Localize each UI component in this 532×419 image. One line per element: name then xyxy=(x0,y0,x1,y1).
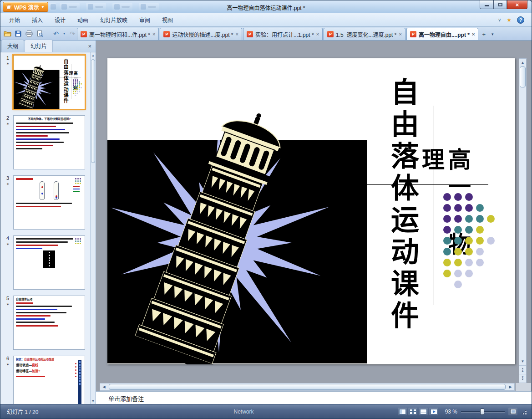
new-tab-button[interactable]: + xyxy=(479,30,488,39)
slide-thumbnail[interactable] xyxy=(13,235,85,290)
text-line-placeholder xyxy=(16,132,69,133)
text-line-placeholder xyxy=(16,206,61,207)
close-tab-icon[interactable]: × xyxy=(236,31,238,37)
slide-thumbnail-row: 1✶自由落体运动课件高一 物理 xyxy=(4,55,89,109)
minimize-button[interactable] xyxy=(480,0,493,9)
vertical-scrollbar[interactable]: ▲ ▼ ▲ ▲ ▼ ▼ xyxy=(519,58,527,383)
next-slide-button[interactable]: ▼ ▼ xyxy=(519,374,526,383)
scroll-right-icon[interactable]: ▶ xyxy=(507,383,514,390)
maximize-button[interactable] xyxy=(493,0,507,9)
slide-number: 3 xyxy=(6,176,9,181)
menu-item-6[interactable]: 视图 xyxy=(156,13,179,26)
notes-pane[interactable]: 单击添加备注 xyxy=(96,391,532,405)
caret-down-icon: ▾ xyxy=(42,5,44,9)
scroll-down-icon[interactable]: ▼ xyxy=(519,358,526,365)
resize-grip[interactable] xyxy=(521,409,527,415)
slides-panel: 大纲幻灯片 × 1✶自由落体运动课件高一 物理2✶不同的物体，下落的快慢是否相同… xyxy=(0,41,96,404)
thumbnail-content xyxy=(16,237,82,288)
wps-app-menu-label: WPS 演示 xyxy=(14,3,39,11)
zoom-slider[interactable] xyxy=(461,408,505,415)
decoration-dot xyxy=(454,193,462,201)
slide-title-vertical[interactable]: 自由落体运动课件 xyxy=(386,77,419,343)
toolbar-separator xyxy=(48,30,48,38)
wps-app-menu-button[interactable]: WPS 演示 ▾ xyxy=(3,2,48,12)
folder-open-icon xyxy=(4,31,11,37)
toolbar-row: ↶▾↷▾ P高一物理时间和...件.ppt *×P运动快慢的描述...度.ppt… xyxy=(0,27,532,41)
slide-thumbnail[interactable]: 不同的物体，下落的快慢是否相同? xyxy=(13,115,85,169)
horizontal-scrollbar[interactable]: ◀ ▶ xyxy=(100,383,515,391)
slide-thumbnail-row: 4✶ xyxy=(4,235,89,290)
decoration-dot xyxy=(73,91,74,92)
text-line-placeholder xyxy=(16,142,64,143)
open-button[interactable] xyxy=(2,29,12,39)
scrollbar-track[interactable] xyxy=(519,66,526,358)
scrollbar-track[interactable] xyxy=(108,383,507,390)
menu-item-0[interactable]: 开始 xyxy=(3,13,26,26)
menu-item-5[interactable]: 审阅 xyxy=(133,13,156,26)
previous-slide-button[interactable]: ▲ ▲ xyxy=(519,365,526,374)
scrollbar-thumb[interactable] xyxy=(91,59,95,163)
text-line-placeholder xyxy=(16,376,45,377)
print-preview-button[interactable] xyxy=(35,29,45,39)
scrollbar-thumb[interactable] xyxy=(520,66,526,87)
slide-thumbnail[interactable]: 自由落体运动课件高一 物理 xyxy=(13,55,85,109)
menu-item-3[interactable]: 动画 xyxy=(71,13,94,26)
print-button[interactable] xyxy=(24,29,34,39)
fit-to-window-button[interactable] xyxy=(508,408,517,415)
film-strip-graphic xyxy=(78,360,81,404)
panel-tab-outline[interactable]: 大纲 xyxy=(1,40,24,52)
close-tab-icon[interactable]: × xyxy=(472,31,475,37)
maximize-icon xyxy=(498,3,502,6)
wps-presentation-window: WPS 演示 ▾ 高一物理自由落体运动课件.ppt * × 开始插入设计动画幻灯… xyxy=(0,0,532,419)
slide-thumbnail[interactable]: 探究：自由落体运动的运动性质运动轨迹—直线运动特征—加速? xyxy=(13,356,85,404)
scroll-up-icon[interactable]: ▲ xyxy=(91,52,96,58)
title-bar[interactable]: WPS 演示 ▾ 高一物理自由落体运动课件.ppt * × xyxy=(0,0,532,13)
notes-placeholder: 单击添加备注 xyxy=(108,394,144,403)
slide-thumbnail[interactable]: 自由落体运动 xyxy=(13,296,85,350)
scroll-down-icon[interactable]: ▼ xyxy=(91,398,96,404)
slide-canvas[interactable]: 自由落体运动课件高一 物理 xyxy=(107,58,515,364)
slide-surface[interactable]: 自由落体运动课件高一 物理 xyxy=(107,58,515,364)
decoration-dot xyxy=(465,193,473,201)
menu-item-4[interactable]: 幻灯片放映 xyxy=(94,13,133,26)
panel-tab-slides[interactable]: 幻灯片 xyxy=(25,40,53,52)
decoration-dot xyxy=(443,237,451,245)
document-tab-4[interactable]: P高一物理自由....ppt *× xyxy=(406,28,478,40)
decoration-dot xyxy=(73,83,74,85)
close-panel-button[interactable]: × xyxy=(85,43,95,50)
close-tab-icon[interactable]: × xyxy=(152,31,155,37)
newton-tubes-graphic xyxy=(16,181,82,200)
zoom-slider-thumb[interactable] xyxy=(480,409,484,415)
menu-item-2[interactable]: 设计 xyxy=(49,13,71,26)
scroll-up-icon[interactable]: ▲ xyxy=(519,59,526,66)
decoration-dots-mini xyxy=(75,178,81,184)
undo-button[interactable]: ↶ xyxy=(51,29,61,39)
scrollbar-thumb[interactable] xyxy=(109,384,506,390)
text-line-placeholder xyxy=(16,148,42,149)
close-button[interactable]: × xyxy=(507,0,527,9)
save-button[interactable] xyxy=(13,29,23,39)
slide-number: 6 xyxy=(6,356,9,361)
slide-number: 1 xyxy=(6,56,9,61)
thumbnails-scrollbar[interactable]: ▲ ▼ xyxy=(90,52,96,404)
slide-surface: 自由落体运动课件高一 物理 xyxy=(14,56,85,109)
close-tab-icon[interactable]: × xyxy=(316,31,319,37)
slide-thumbnail[interactable] xyxy=(13,175,85,230)
decoration-dot xyxy=(77,87,78,88)
decoration-dot xyxy=(73,87,74,88)
help-button[interactable]: ? xyxy=(517,16,524,24)
favorites-star-icon[interactable]: ★ xyxy=(507,17,512,23)
close-tab-icon[interactable]: × xyxy=(399,31,401,37)
document-tab-1[interactable]: P运动快慢的描述...度.ppt *× xyxy=(160,28,242,40)
document-tab-3[interactable]: P1.5_速度变化...速度.ppt *× xyxy=(324,28,405,40)
document-tab-2[interactable]: P实验：用打点计...1.ppt *× xyxy=(243,28,323,40)
decoration-dot xyxy=(454,237,462,245)
decoration-dot xyxy=(465,215,473,223)
undo-menu-button[interactable]: ▾ xyxy=(62,29,66,39)
document-tab-0[interactable]: P高一物理时间和...件.ppt *× xyxy=(77,28,159,40)
tab-list-button[interactable]: ▾ xyxy=(489,30,496,39)
menu-item-1[interactable]: 插入 xyxy=(26,13,49,26)
collapse-ribbon-icon[interactable]: ∨ xyxy=(498,17,501,22)
scroll-left-icon[interactable]: ◀ xyxy=(100,383,108,390)
redo-button[interactable]: ↷ xyxy=(67,29,77,39)
